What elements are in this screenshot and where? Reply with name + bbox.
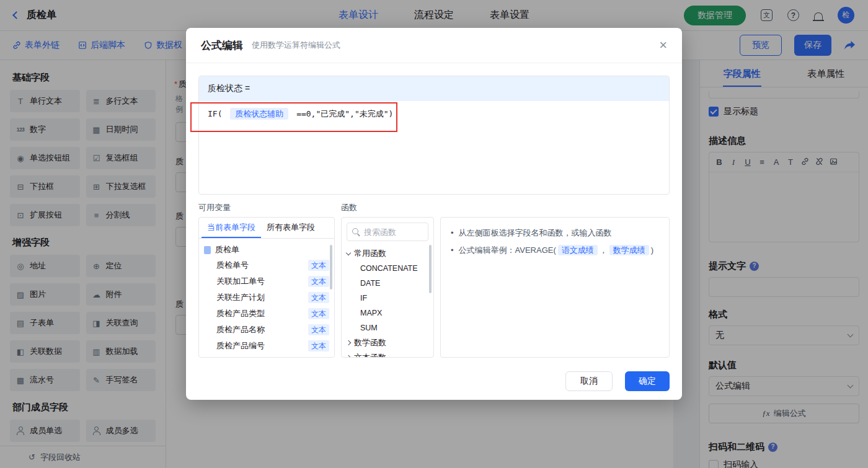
type-badge: 文本 [308, 340, 329, 351]
example-field-chip: 数学成绩 [609, 245, 649, 255]
variable-name: 关联加工单号 [216, 276, 265, 287]
type-badge: 文本 [308, 292, 329, 303]
example-separator: ， [600, 245, 608, 255]
variable-item[interactable]: 关联生产计划文本 [204, 289, 329, 306]
function-item[interactable]: DATE [347, 276, 428, 291]
formula-edit-dialog: 公式编辑 使用数学运算符编辑公式 × 质检状态 = IF( 质检状态辅助 ==0… [186, 28, 682, 400]
field-token-chip: 质检状态辅助 [230, 108, 288, 120]
dialog-subtitle: 使用数学运算符编辑公式 [252, 40, 340, 51]
example-prefix: 公式编辑举例：AVERAGE( [459, 245, 556, 255]
variable-name: 质检产品类型 [216, 308, 265, 319]
search-icon [352, 228, 360, 236]
variable-item[interactable]: 质检产品编号文本 [204, 338, 329, 354]
variables-panel: 当前表单字段 所有表单字段 质检单 质检单号文本 关联加工单号文本 关联生产计划… [198, 217, 335, 358]
variables-section-label: 可用变量 [198, 202, 341, 213]
example-field-chip: 语文成绩 [558, 245, 598, 255]
confirm-button[interactable]: 确定 [625, 371, 670, 391]
variable-item[interactable]: 质检产品名称文本 [204, 322, 329, 338]
formula-prefix: IF( [208, 109, 222, 118]
variable-item[interactable]: 关联加工单号文本 [204, 273, 329, 289]
type-badge: 文本 [308, 260, 329, 271]
tree-root-label: 质检单 [215, 244, 239, 255]
function-item[interactable]: CONCATENATE [347, 261, 428, 276]
scrollbar-thumb[interactable] [429, 245, 432, 293]
function-search-input[interactable] [364, 227, 423, 237]
tab-all-form-fields[interactable]: 所有表单字段 [261, 218, 321, 238]
example-suffix: ) [651, 245, 653, 255]
variable-name: 质检产品名称 [216, 324, 265, 335]
help-tip-example: 公式编辑举例：AVERAGE(语文成绩，数学成绩) [451, 244, 659, 257]
function-group-label: 文本函数 [354, 352, 386, 358]
function-search [347, 223, 428, 241]
function-item[interactable]: SUM [347, 320, 428, 335]
functions-panel: 常用函数 CONCATENATE DATE IF MAPX SUM 数学函数 [341, 217, 434, 358]
dialog-title: 公式编辑 [201, 38, 243, 53]
close-icon[interactable]: × [659, 38, 667, 52]
document-icon [204, 246, 211, 254]
chevron-right-icon [346, 340, 351, 345]
formula-editor: 质检状态 = IF( 质检状态辅助 ==0,"已完成","未完成") [198, 76, 670, 195]
dialog-footer: 取消 确定 [198, 371, 670, 391]
formula-suffix: ==0,"已完成","未完成") [296, 109, 393, 118]
variable-name: 质检产品编号 [216, 340, 265, 351]
function-group-label: 常用函数 [354, 248, 386, 259]
chevron-right-icon [346, 355, 351, 358]
variable-name: 关联生产计划 [216, 292, 265, 303]
type-badge: 文本 [308, 276, 329, 287]
type-badge: 文本 [308, 324, 329, 335]
cancel-button[interactable]: 取消 [565, 371, 613, 391]
formula-target-row: 质检状态 = [199, 76, 669, 101]
function-item[interactable]: MAPX [347, 306, 428, 320]
variable-name: 质检单号 [216, 260, 249, 271]
scrollbar-thumb[interactable] [330, 245, 332, 289]
app-window: 质检单 表单设计 流程设定 表单设置 数据管理 文 ? 检 表单外链 后端脚本 … [0, 0, 868, 468]
function-group-math[interactable]: 数学函数 [347, 335, 428, 350]
variable-item[interactable]: 质检产品类型文本 [204, 306, 329, 322]
help-panel: 从左侧面板选择字段名和函数，或输入函数 公式编辑举例：AVERAGE(语文成绩，… [440, 217, 670, 358]
function-group-common[interactable]: 常用函数 [347, 246, 428, 261]
formula-input-area[interactable]: IF( 质检状态辅助 ==0,"已完成","未完成") [199, 101, 669, 194]
variable-item[interactable]: 质检单号文本 [204, 257, 329, 273]
function-group-text[interactable]: 文本函数 [347, 350, 428, 358]
help-tip: 从左侧面板选择字段名和函数，或输入函数 [451, 226, 659, 240]
tab-current-form-fields[interactable]: 当前表单字段 [202, 218, 261, 238]
functions-section-label: 函数 [341, 202, 357, 213]
function-item[interactable]: IF [347, 291, 428, 306]
function-group-label: 数学函数 [354, 337, 386, 348]
dialog-header: 公式编辑 使用数学运算符编辑公式 × [186, 28, 682, 63]
chevron-down-icon [346, 250, 351, 255]
variables-tabs: 当前表单字段 所有表单字段 [199, 218, 334, 239]
variables-tree: 质检单 质检单号文本 关联加工单号文本 关联生产计划文本 质检产品类型文本 质检… [199, 239, 334, 358]
tree-root-item[interactable]: 质检单 [204, 242, 329, 257]
type-badge: 文本 [308, 308, 329, 319]
